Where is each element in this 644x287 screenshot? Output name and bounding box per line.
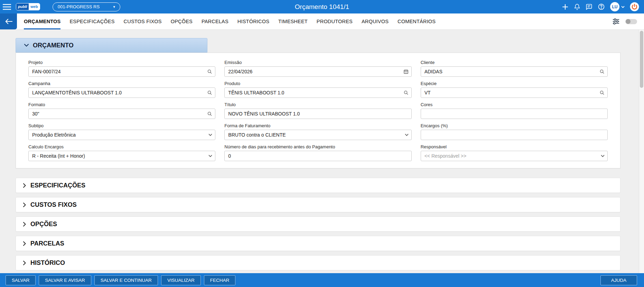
user-menu[interactable]: LU <box>610 2 625 11</box>
field-label: Cores <box>421 102 608 107</box>
field-value: Produção Eletrônica <box>32 132 76 138</box>
app-window: publi web 001-PROGRESS RS ▼ Orçamento 10… <box>0 0 644 287</box>
calendar-icon[interactable] <box>403 69 409 74</box>
field-label: Encargos (%) <box>421 123 608 128</box>
projeto-input[interactable]: FAN-0007/24 <box>28 66 215 77</box>
logout-icon[interactable] <box>630 2 639 11</box>
cores-input[interactable] <box>421 109 608 119</box>
field-dias-recebimento: Número de dias para recebimento antes do… <box>224 144 411 161</box>
field-encargos: Encargos (%) <box>421 123 608 140</box>
search-icon[interactable] <box>207 111 212 117</box>
field-value: 0 <box>228 153 231 159</box>
field-value: R - Receita (Int + Honor) <box>32 153 85 159</box>
content-area: ORÇAMENTO Projeto FAN-0007/24 Emissão 22… <box>0 30 644 273</box>
company-select-value: 001-PROGRESS RS <box>58 4 100 9</box>
section-title: ESPECIFICAÇÕES <box>30 182 85 189</box>
tab-opcoes[interactable]: OPÇÕES <box>171 13 193 29</box>
field-cliente: Cliente ADIDAS <box>421 60 608 77</box>
logo-part2: web <box>29 3 39 10</box>
chevron-right-icon <box>23 261 26 265</box>
chevron-down-icon <box>208 134 212 136</box>
search-icon[interactable] <box>599 90 605 95</box>
formato-input[interactable]: 30" <box>28 109 215 119</box>
tabbar-right <box>612 13 644 29</box>
save-and-notify-button[interactable]: SALVAR E AVISAR <box>39 275 91 285</box>
field-label: Calculo Encargos <box>28 144 215 149</box>
field-value: 22/04/2026 <box>228 69 252 74</box>
search-icon[interactable] <box>207 69 212 74</box>
chevron-right-icon <box>23 241 26 246</box>
add-icon[interactable] <box>562 3 569 10</box>
field-value: LANÇAMENTOTÊNIS ULTRABOOST 1.0 <box>32 90 122 95</box>
field-label: Produto <box>224 81 411 86</box>
topbar-right: LU <box>562 2 639 11</box>
filter-sliders-icon[interactable] <box>612 18 620 25</box>
tabs: ORÇAMENTOS ESPECIFICAÇÕES CUSTOS FIXOS O… <box>24 13 436 29</box>
chevron-down-icon <box>601 155 605 157</box>
vertical-scrollbar[interactable] <box>639 30 644 273</box>
field-value: FAN-0007/24 <box>32 69 61 74</box>
section-title: CUSTOS FIXOS <box>30 201 77 209</box>
help-button[interactable]: AJUDA <box>600 275 637 285</box>
tab-orcamentos[interactable]: ORÇAMENTOS <box>24 13 60 29</box>
page-title: Orçamento 1041/1 <box>295 3 349 11</box>
save-button[interactable]: SALVAR <box>6 275 36 285</box>
tab-historicos[interactable]: HISTÓRICOS <box>237 13 269 29</box>
chevron-right-icon <box>23 183 26 188</box>
field-campanha: Campanha LANÇAMENTOTÊNIS ULTRABOOST 1.0 <box>28 81 215 98</box>
especie-input[interactable]: VT <box>421 87 608 98</box>
back-button[interactable] <box>0 13 17 29</box>
help-icon[interactable] <box>598 3 605 10</box>
field-forma-faturamento: Forma de Faturamento BRUTO contra o CLIE… <box>224 123 411 140</box>
cliente-input[interactable]: ADIDAS <box>421 66 608 77</box>
encargos-input[interactable] <box>421 130 608 140</box>
close-button[interactable]: FECHAR <box>204 275 236 285</box>
subtipo-select[interactable]: Produção Eletrônica <box>28 130 215 140</box>
chat-icon[interactable] <box>586 3 592 10</box>
titulo-input[interactable]: NOVO TÊNIS ULTRABOOST 1.0 <box>224 109 411 119</box>
field-value: VT <box>424 90 431 95</box>
field-label: Campanha <box>28 81 215 86</box>
menu-icon[interactable] <box>3 4 11 10</box>
field-value: NOVO TÊNIS ULTRABOOST 1.0 <box>228 111 300 117</box>
section-parcelas[interactable]: PARCELAS <box>16 236 620 251</box>
section-historico[interactable]: HISTÓRICO <box>16 255 620 270</box>
calculo-encargos-select[interactable]: R - Receita (Int + Honor) <box>28 151 215 161</box>
section-especificacoes[interactable]: ESPECIFICAÇÕES <box>16 178 620 193</box>
section-title: HISTÓRICO <box>30 259 65 267</box>
forma-faturamento-select[interactable]: BRUTO contra o CLIENTE <box>224 130 411 140</box>
bell-icon[interactable] <box>574 3 580 10</box>
tab-produtores[interactable]: PRODUTORES <box>317 13 353 29</box>
scrollbar-thumb[interactable] <box>640 31 643 88</box>
tab-arquivos[interactable]: ARQUIVOS <box>362 13 389 29</box>
field-label: Número de dias para recebimento antes do… <box>224 144 411 149</box>
search-icon[interactable] <box>207 90 212 95</box>
field-label: Cliente <box>421 60 608 65</box>
campanha-input[interactable]: LANÇAMENTOTÊNIS ULTRABOOST 1.0 <box>28 87 215 98</box>
tab-especificacoes[interactable]: ESPECIFICAÇÕES <box>69 13 114 29</box>
toggle-switch[interactable] <box>625 19 637 24</box>
section-opcoes[interactable]: OPÇÕES <box>16 216 620 232</box>
responsavel-select[interactable]: << Responsável >> <box>421 151 608 161</box>
company-select[interactable]: 001-PROGRESS RS ▼ <box>53 2 120 11</box>
save-and-continue-button[interactable]: SALVAR E CONTINUAR <box>94 275 158 285</box>
tab-parcelas[interactable]: PARCELAS <box>202 13 228 29</box>
tab-comentarios[interactable]: COMENTÁRIOS <box>398 13 436 29</box>
produto-input[interactable]: TÊNIS ULTRABOOST 1.0 <box>224 87 411 98</box>
emissao-input[interactable]: 22/04/2026 <box>224 66 411 77</box>
tab-timesheet[interactable]: TIMESHEET <box>278 13 308 29</box>
section-header-orcamento[interactable]: ORÇAMENTO <box>16 38 207 53</box>
field-label: Emissão <box>224 60 411 65</box>
avatar[interactable]: LU <box>610 2 619 11</box>
dias-recebimento-input[interactable]: 0 <box>224 151 411 161</box>
field-calculo-encargos: Calculo Encargos R - Receita (Int + Hono… <box>28 144 215 161</box>
field-especie: Espécie VT <box>421 81 608 98</box>
tab-custos-fixos[interactable]: CUSTOS FIXOS <box>124 13 162 29</box>
preview-button[interactable]: VISUALIZAR <box>161 275 201 285</box>
section-title: ORÇAMENTO <box>33 42 74 49</box>
search-icon[interactable] <box>599 69 605 74</box>
search-icon[interactable] <box>403 90 409 95</box>
tabbar: ORÇAMENTOS ESPECIFICAÇÕES CUSTOS FIXOS O… <box>0 13 644 30</box>
section-custos-fixos[interactable]: CUSTOS FIXOS <box>16 197 620 212</box>
topbar: publi web 001-PROGRESS RS ▼ Orçamento 10… <box>0 0 644 13</box>
